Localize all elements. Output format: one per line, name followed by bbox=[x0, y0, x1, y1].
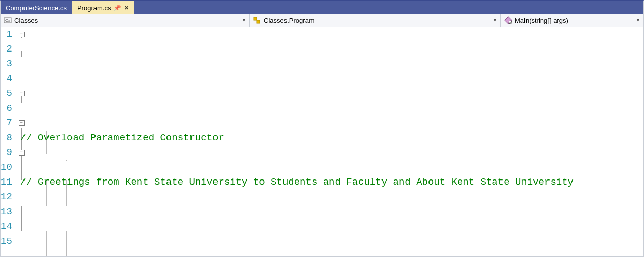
line-number: 4 bbox=[1, 71, 12, 86]
svg-rect-6 bbox=[510, 22, 511, 23]
line-number: 3 bbox=[1, 57, 12, 71]
chevron-down-icon: ▼ bbox=[242, 18, 246, 23]
close-icon[interactable]: ✕ bbox=[124, 5, 129, 11]
code-line: // Greetings from Kent State University … bbox=[20, 175, 644, 190]
member-dropdown[interactable]: Main(string[] args) ▼ bbox=[501, 14, 643, 27]
code-line bbox=[20, 219, 644, 234]
line-number: 14 bbox=[1, 219, 12, 234]
line-number: 2 bbox=[1, 42, 12, 57]
line-number: 10 bbox=[1, 160, 12, 175]
tab-label: Program.cs bbox=[77, 4, 111, 12]
csharp-project-icon: C# bbox=[4, 16, 12, 24]
tab-label: ComputerScience.cs bbox=[6, 4, 67, 12]
indent-guide bbox=[46, 131, 47, 257]
method-icon bbox=[504, 16, 512, 24]
svg-rect-2 bbox=[254, 17, 257, 20]
type-label: Classes.Program bbox=[264, 17, 315, 24]
scope-dropdown[interactable]: C# Classes ▼ bbox=[1, 14, 250, 27]
line-number: 1 bbox=[1, 27, 12, 42]
code-editor[interactable]: 1 2 3 4 5 6 7 8 9 10 11 12 13 14 15 − − … bbox=[1, 27, 643, 256]
code-line: // Overload Parametized Constructor bbox=[20, 131, 644, 145]
document-tabstrip: ComputerScience.cs Program.cs 📌 ✕ bbox=[1, 1, 643, 14]
line-number: 12 bbox=[1, 190, 12, 204]
code-surface[interactable]: // Overload Parametized Constructor // G… bbox=[18, 27, 644, 256]
svg-text:C#: C# bbox=[5, 18, 11, 23]
scope-label: Classes bbox=[14, 17, 38, 24]
class-icon bbox=[253, 16, 261, 24]
line-number: 9 bbox=[1, 145, 12, 160]
line-number: 15 bbox=[1, 234, 12, 249]
tab-program[interactable]: Program.cs 📌 ✕ bbox=[72, 1, 134, 14]
member-label: Main(string[] args) bbox=[515, 17, 568, 24]
chevron-down-icon: ▼ bbox=[493, 18, 497, 23]
line-number: 5 bbox=[1, 86, 12, 101]
type-dropdown[interactable]: Classes.Program ▼ bbox=[250, 14, 501, 27]
line-number: 6 bbox=[1, 101, 12, 116]
pin-icon[interactable]: 📌 bbox=[114, 5, 121, 11]
line-number: 11 bbox=[1, 175, 12, 190]
tab-computerscience[interactable]: ComputerScience.cs bbox=[1, 1, 72, 14]
navigation-bar: C# Classes ▼ Classes.Program ▼ Main(stri… bbox=[1, 14, 643, 27]
line-number: 7 bbox=[1, 116, 12, 131]
line-number: 8 bbox=[1, 131, 12, 145]
line-number: 13 bbox=[1, 204, 12, 219]
line-number-gutter: 1 2 3 4 5 6 7 8 9 10 11 12 13 14 15 bbox=[1, 27, 18, 256]
chevron-down-icon: ▼ bbox=[636, 18, 640, 23]
svg-rect-3 bbox=[257, 20, 260, 23]
